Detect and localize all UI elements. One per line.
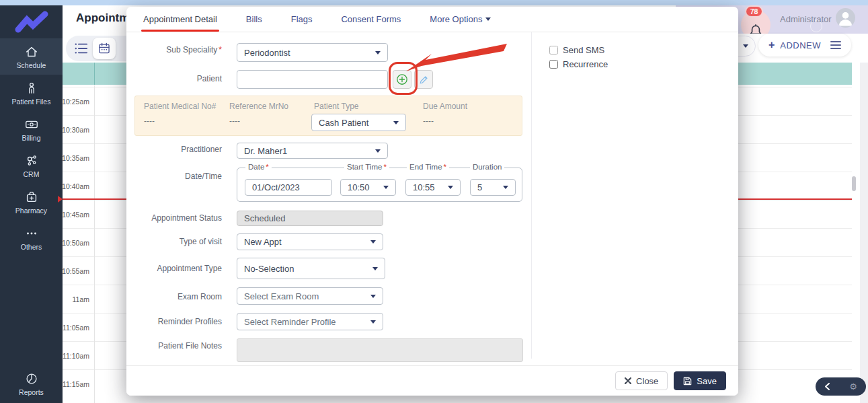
due-amount-value: ----: [423, 116, 434, 126]
chevron-left-icon: [824, 382, 830, 391]
app-logo[interactable]: [0, 5, 63, 38]
sidebar-item-schedule[interactable]: Schedule: [0, 38, 63, 75]
add-new-button[interactable]: + ADDNEW: [758, 34, 851, 57]
sub-speciality-label: Sub Speciality*: [126, 45, 222, 54]
send-sms-checkbox[interactable]: [549, 46, 558, 54]
close-button[interactable]: Close: [615, 371, 668, 390]
date-legend: Date*: [245, 163, 272, 171]
time-label: 10:35am: [63, 144, 89, 172]
appointment-type-select[interactable]: No-Selection: [237, 258, 385, 279]
person-icon: [24, 81, 39, 96]
chevron-down-icon: [370, 295, 376, 298]
time-label: 11:05am: [63, 314, 89, 342]
sidebar-item-patient-files[interactable]: Patient Files: [0, 75, 63, 111]
pharmacy-bag-icon: [24, 190, 39, 205]
time-label: 10:55am: [63, 257, 89, 285]
duration-legend: Duration: [470, 163, 504, 171]
plus-icon: +: [768, 39, 775, 51]
exam-room-select[interactable]: Select Exam Room: [237, 287, 383, 305]
practitioner-select[interactable]: Dr. Maher1: [237, 143, 388, 159]
sidebar-item-label: Schedule: [17, 61, 46, 69]
reminder-profiles-select[interactable]: Select Reminder Profile: [237, 313, 383, 330]
modal-footer: Close Save: [126, 365, 738, 396]
menu-icon[interactable]: [830, 41, 841, 50]
notification-count-badge: 78: [745, 5, 763, 17]
user-avatar[interactable]: [836, 8, 855, 28]
patient-file-notes-textarea[interactable]: [237, 338, 523, 362]
sidebar-item-crm[interactable]: CRM: [0, 147, 63, 184]
time-column-divider: [94, 85, 95, 403]
vertical-scrollbar[interactable]: [852, 176, 856, 191]
time-label: 10:30am: [63, 116, 89, 144]
app-screen: Schedule Patient Files Billing CRM Pharm…: [0, 0, 868, 403]
pie-chart-icon: [24, 371, 39, 386]
recurrence-checkbox[interactable]: [549, 60, 558, 69]
date-input[interactable]: [245, 179, 332, 196]
time-label: 10:25am: [63, 87, 89, 116]
calendar-icon: [97, 42, 111, 55]
end-time-select[interactable]: 10:55: [405, 179, 461, 196]
close-x-icon: [625, 377, 631, 384]
sidebar-item-label: Billing: [22, 134, 40, 142]
reference-mrno-label: Reference MrNo: [229, 102, 288, 111]
sidebar-item-label: Patient Files: [12, 98, 51, 106]
tab-flags[interactable]: Flags: [291, 7, 313, 32]
chevron-down-icon: [393, 121, 399, 124]
bell-icon: [747, 22, 764, 34]
sidebar-item-pharmacy[interactable]: Pharmacy: [0, 184, 63, 220]
banknote-icon: [24, 117, 39, 132]
reminder-profiles-label: Reminder Profiles: [126, 317, 222, 326]
patient-info-bar: Patient Medical No# ---- Reference MrNo …: [134, 96, 522, 136]
page-scrollbar-track: [860, 63, 868, 403]
patient-label: Patient: [126, 74, 222, 83]
user-name: Administrator: [780, 14, 832, 24]
patient-type-label: Patient Type: [314, 102, 359, 111]
time-label: 10:40am: [63, 172, 89, 200]
recurrence-label: Recurrence: [563, 59, 608, 69]
patient-input[interactable]: [237, 70, 388, 89]
network-icon: [24, 153, 39, 168]
tab-more-options[interactable]: More Options: [430, 7, 491, 32]
tab-appointment-detail[interactable]: Appointment Detail: [143, 7, 217, 32]
sidebar-item-others[interactable]: Others: [0, 220, 63, 256]
calendar-view-button[interactable]: [93, 38, 116, 59]
appointment-type-label: Appointment Type: [126, 264, 222, 273]
start-time-legend: Start Time*: [344, 163, 389, 171]
patient-type-select[interactable]: Cash Patient: [311, 114, 406, 131]
time-label: 10:50am: [63, 229, 89, 257]
logo-zigzag-icon: [14, 11, 49, 34]
tab-consent-forms[interactable]: Consent Forms: [341, 7, 401, 32]
appointment-status-field: Scheduled: [237, 211, 383, 226]
time-label: 10:45am: [63, 200, 89, 229]
add-new-label: ADDNEW: [780, 40, 821, 50]
sidebar-item-reports[interactable]: Reports: [0, 365, 63, 402]
send-sms-label: Send SMS: [563, 45, 604, 55]
save-button[interactable]: Save: [674, 371, 726, 390]
time-label: 11am: [63, 285, 89, 314]
tab-bills[interactable]: Bills: [246, 7, 262, 32]
time-label: 11:15am: [63, 370, 89, 398]
sidebar-item-label: Others: [21, 243, 42, 251]
start-time-select[interactable]: 10:50: [340, 179, 396, 196]
visit-type-select[interactable]: New Appt: [237, 233, 383, 250]
duration-select[interactable]: 5: [470, 179, 516, 196]
appointment-status-label: Appointment Status: [126, 213, 222, 223]
practitioner-label: Practitioner: [126, 145, 222, 154]
chevron-down-icon: [370, 240, 376, 244]
home-icon: [24, 44, 39, 59]
medical-no-label: Patient Medical No#: [144, 102, 216, 111]
list-view-icon[interactable]: [74, 42, 89, 55]
sub-speciality-select[interactable]: Periodontist: [237, 43, 388, 62]
sidebar-item-billing[interactable]: Billing: [0, 111, 63, 147]
avatar-person-icon: [836, 8, 855, 28]
time-label: 11:10am: [63, 342, 89, 370]
gear-icon[interactable]: ⚙: [849, 381, 857, 392]
settings-collapse-pill[interactable]: ⚙: [816, 377, 866, 396]
chevron-down-icon: [375, 51, 381, 54]
save-floppy-icon: [683, 377, 692, 386]
datetime-label: Date/Time: [126, 172, 222, 181]
sidebar: Schedule Patient Files Billing CRM Pharm…: [0, 5, 63, 403]
chevron-down-icon: [370, 320, 376, 324]
exam-room-label: Exam Room: [126, 292, 222, 301]
end-time-legend: End Time*: [407, 163, 449, 171]
